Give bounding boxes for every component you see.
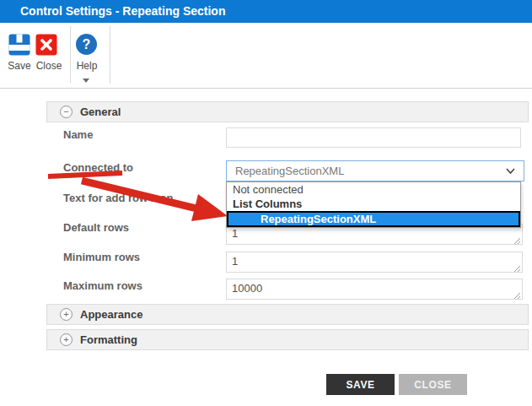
dialog-title: Control Settings - Repeating Section	[0, 0, 532, 23]
add-row-text-label: Text for add row icon	[63, 192, 174, 204]
section-header-formatting[interactable]: + Formatting	[46, 329, 529, 350]
collapse-minus-icon[interactable]: −	[60, 106, 73, 118]
section-title: General	[80, 106, 121, 118]
close-button[interactable]: CLOSE	[399, 374, 467, 395]
expand-plus-icon[interactable]: +	[60, 308, 73, 321]
section-header-general[interactable]: − General	[46, 101, 529, 122]
section-title: Appearance	[80, 308, 142, 321]
close-toolbar-label[interactable]: Close	[32, 60, 66, 72]
toolbar-separator	[70, 26, 71, 84]
section-title: Formatting	[80, 333, 137, 346]
save-floppy-icon[interactable]	[8, 34, 30, 56]
control-settings-dialog: Control Settings - Repeating Section Sav…	[0, 0, 532, 406]
close-x-icon[interactable]	[35, 34, 57, 56]
connected-to-dropdown-list: Not connected List Columns RepeatingSect…	[226, 181, 521, 228]
connected-to-select[interactable]: RepeatingSectionXML	[226, 160, 524, 181]
section-header-appearance[interactable]: + Appearance	[46, 304, 529, 325]
expand-plus-icon[interactable]: +	[60, 333, 73, 346]
name-input[interactable]	[226, 127, 521, 148]
name-label: Name	[63, 128, 93, 141]
save-toolbar-label[interactable]: Save	[5, 60, 34, 72]
help-toolbar-label[interactable]: Help	[73, 60, 101, 72]
chevron-down-icon	[506, 168, 515, 174]
minimum-rows-input[interactable]: 1	[226, 252, 523, 273]
help-dropdown-caret-icon[interactable]	[83, 78, 89, 83]
help-question-icon[interactable]: ?	[76, 34, 97, 55]
maximum-rows-input[interactable]: 10000	[226, 279, 523, 300]
default-rows-label: Default rows	[63, 221, 129, 234]
resize-grip-icon[interactable]	[513, 291, 520, 299]
dropdown-group-list-columns: List Columns	[227, 197, 520, 211]
ribbon-toolbar: Save Close ? Help	[0, 23, 532, 89]
connected-to-label: Connected to	[63, 161, 133, 174]
resize-grip-icon[interactable]	[513, 264, 520, 272]
toolbar-separator	[110, 26, 110, 84]
minimum-rows-label: Minimum rows	[63, 251, 140, 263]
dropdown-option-not-connected[interactable]: Not connected	[227, 182, 520, 197]
save-button[interactable]: SAVE	[326, 374, 395, 395]
maximum-rows-label: Maximum rows	[63, 279, 142, 292]
dropdown-option-repeatingsectionxml[interactable]: RepeatingSectionXML	[227, 211, 520, 227]
selected-value: RepeatingSectionXML	[235, 165, 344, 177]
resize-grip-icon[interactable]	[513, 236, 520, 244]
